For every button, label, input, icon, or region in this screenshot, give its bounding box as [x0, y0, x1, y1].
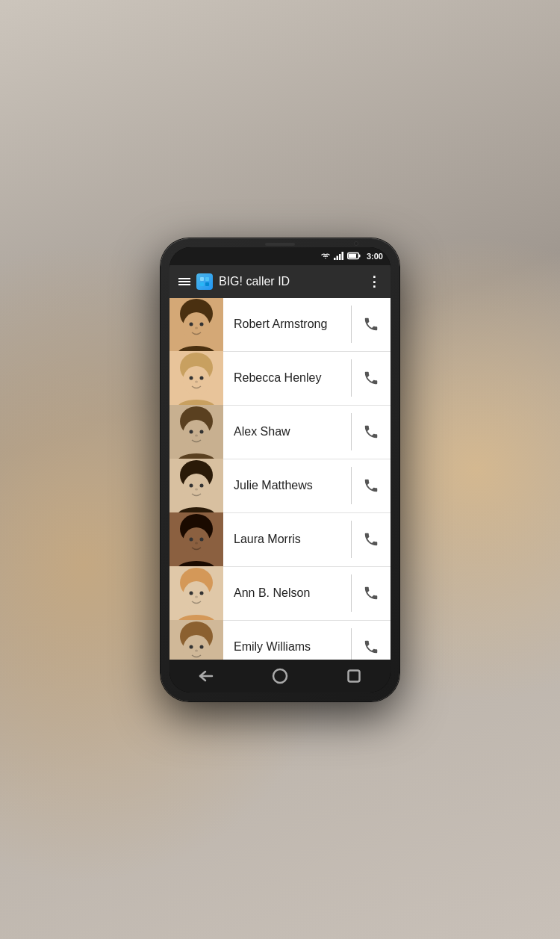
svg-point-64: [195, 650, 198, 652]
svg-rect-3: [341, 252, 343, 260]
svg-point-56: [195, 596, 198, 598]
contact-name: Robert Armstrong: [223, 317, 351, 331]
contact-name: Laura Morris: [223, 533, 351, 546]
phone-device: 3:00 BIG! caller I: [161, 238, 399, 701]
svg-point-40: [195, 489, 198, 491]
call-button[interactable]: [352, 566, 391, 620]
call-button[interactable]: [352, 459, 391, 512]
svg-point-63: [200, 645, 204, 649]
hamburger-button[interactable]: [178, 278, 190, 285]
svg-rect-5: [349, 254, 356, 258]
call-button[interactable]: [352, 298, 391, 352]
overflow-menu-button[interactable]: ⋮: [367, 273, 382, 290]
svg-point-22: [190, 376, 193, 380]
phone-icon: [363, 424, 379, 440]
svg-point-38: [190, 484, 193, 488]
svg-point-62: [190, 645, 193, 649]
svg-point-76: [273, 669, 287, 683]
svg-point-31: [200, 430, 204, 434]
contact-photo: [169, 620, 223, 660]
svg-rect-7: [200, 277, 204, 281]
contact-item[interactable]: Emily Williams: [169, 621, 391, 660]
contact-photo: [169, 298, 223, 352]
contact-item[interactable]: Ann B. Nelson: [169, 567, 391, 621]
contact-photo: [169, 512, 223, 566]
app-title: BIG! caller ID: [219, 275, 367, 288]
phone-icon: [363, 531, 379, 548]
svg-rect-1: [336, 256, 338, 261]
svg-rect-9: [200, 282, 204, 286]
call-button[interactable]: [352, 512, 391, 566]
phone-screen: 3:00 BIG! caller I: [169, 247, 391, 692]
contact-item[interactable]: Alex Shaw: [169, 406, 391, 459]
svg-rect-0: [334, 258, 336, 260]
contact-item[interactable]: Rebecca Henley: [169, 352, 391, 406]
app-icon: [196, 273, 213, 290]
contact-name: Rebecca Henley: [223, 371, 351, 385]
recents-button[interactable]: [335, 663, 373, 689]
phone-shell: 3:00 BIG! caller I: [161, 238, 399, 701]
svg-point-46: [190, 538, 193, 542]
front-camera: [354, 241, 358, 246]
contact-name: Alex Shaw: [223, 425, 351, 438]
svg-point-39: [200, 484, 204, 488]
svg-rect-8: [205, 277, 209, 281]
svg-point-24: [195, 381, 198, 383]
speaker-grill: [265, 243, 295, 246]
contact-item[interactable]: Robert Armstrong: [169, 298, 391, 352]
svg-point-15: [200, 323, 204, 326]
navigation-bar: [169, 660, 391, 692]
contact-photo: [169, 405, 223, 459]
phone-icon: [363, 477, 379, 494]
contact-photo: [169, 351, 223, 405]
phone-icon: [363, 585, 379, 601]
contact-list: Robert Armstrong Rebecca Henley: [169, 298, 391, 660]
contact-item[interactable]: Laura Morris: [169, 513, 391, 567]
svg-point-54: [190, 592, 193, 595]
svg-rect-77: [348, 670, 359, 681]
home-button[interactable]: [261, 663, 299, 689]
svg-point-16: [195, 327, 198, 329]
status-time: 3:00: [367, 252, 383, 261]
signal-icon: [334, 252, 344, 260]
contact-item[interactable]: Julie Matthews: [169, 459, 391, 513]
contact-photo: [169, 566, 223, 620]
svg-point-55: [200, 592, 204, 595]
svg-point-30: [190, 430, 193, 434]
svg-rect-10: [205, 282, 209, 286]
contact-name: Julie Matthews: [223, 479, 351, 492]
call-button[interactable]: [352, 351, 391, 405]
contact-photo: [169, 459, 223, 512]
wifi-icon: [320, 252, 331, 260]
call-button[interactable]: [352, 405, 391, 459]
svg-point-32: [195, 435, 198, 437]
phone-icon: [363, 316, 379, 332]
call-button[interactable]: [352, 620, 391, 660]
contact-name: Ann B. Nelson: [223, 586, 351, 600]
status-bar: 3:00: [169, 247, 391, 265]
app-bar: BIG! caller ID ⋮: [169, 265, 391, 298]
svg-rect-6: [358, 255, 360, 258]
back-button[interactable]: [187, 663, 225, 689]
contact-name: Emily Williams: [223, 640, 351, 654]
svg-point-47: [200, 538, 204, 542]
phone-icon: [363, 639, 379, 655]
svg-point-23: [200, 376, 204, 380]
svg-rect-2: [339, 254, 341, 260]
svg-point-48: [195, 542, 198, 545]
svg-point-14: [190, 323, 193, 326]
phone-icon: [363, 370, 379, 386]
status-icons: 3:00: [320, 252, 383, 261]
battery-icon: [347, 252, 361, 260]
